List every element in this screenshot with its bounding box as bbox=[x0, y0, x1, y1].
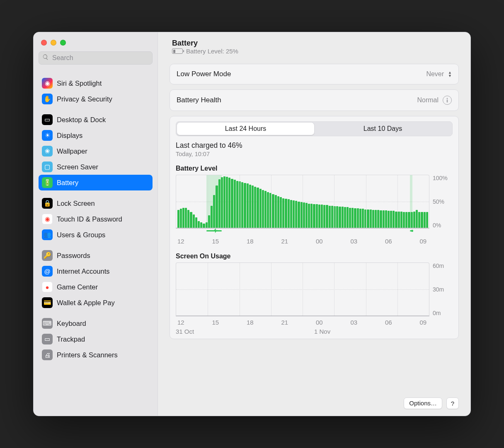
gamecenter-icon: ● bbox=[42, 282, 53, 292]
sidebar-item-trackpad[interactable]: ▭Trackpad bbox=[39, 331, 153, 347]
sidebar-item-label: Privacy & Security bbox=[57, 95, 112, 103]
last-charge-line: Last charged to 46% bbox=[176, 141, 453, 150]
battery-health-card[interactable]: Battery Health Normal bbox=[170, 89, 459, 111]
flower-icon: ❀ bbox=[42, 146, 53, 157]
battery-level-text: Battery Level: 25% bbox=[186, 48, 238, 55]
help-button[interactable]: ? bbox=[446, 397, 459, 409]
battery-icon: 🔋 bbox=[42, 177, 53, 188]
bolt-icon bbox=[213, 228, 218, 234]
search-field[interactable] bbox=[39, 51, 153, 65]
main-content: Battery Battery Level: 25% Low Power Mod… bbox=[158, 32, 470, 416]
fingerprint-icon: ◉ bbox=[42, 214, 53, 224]
sidebar-item-screen-saver[interactable]: ▢Screen Saver bbox=[39, 159, 153, 175]
screen-on-chart-title: Screen On Usage bbox=[176, 253, 453, 260]
trackpad-icon: ▭ bbox=[42, 334, 53, 344]
sidebar-item-label: Users & Groups bbox=[57, 231, 105, 239]
sidebar-item-label: Battery bbox=[57, 179, 78, 187]
battery-level-chart bbox=[176, 175, 429, 229]
low-power-value-control[interactable]: Never ▲▼ bbox=[426, 70, 452, 78]
chevron-updown-icon: ▲▼ bbox=[448, 71, 452, 77]
key-icon: 🔑 bbox=[42, 250, 53, 261]
last-charge-sub: Today, 10:07 bbox=[176, 151, 453, 157]
lock-icon: 🔒 bbox=[42, 198, 53, 209]
battery-icon bbox=[172, 48, 183, 54]
siri-icon: ◉ bbox=[42, 78, 53, 89]
sidebar-item-label: Siri & Spotlight bbox=[57, 79, 102, 87]
wallet-icon: 💳 bbox=[42, 297, 53, 308]
sidebar-item-passwords[interactable]: 🔑Passwords bbox=[39, 248, 153, 263]
sun-icon: ☀ bbox=[42, 130, 53, 141]
sidebar-item-game-center[interactable]: ●Game Center bbox=[39, 279, 153, 295]
info-icon[interactable] bbox=[443, 96, 452, 105]
search-icon bbox=[42, 54, 49, 62]
sidebar-item-wallet-apple-pay[interactable]: 💳Wallet & Apple Pay bbox=[39, 295, 153, 311]
sidebar-item-label: Internet Accounts bbox=[57, 267, 110, 275]
battery-status-line: Battery Level: 25% bbox=[172, 48, 459, 55]
sidebar-item-lock-screen[interactable]: 🔒Lock Screen bbox=[39, 195, 153, 211]
sidebar-item-label: Keyboard bbox=[57, 320, 86, 328]
sidebar-item-printers-scanners[interactable]: 🖨Printers & Scanners bbox=[39, 347, 153, 363]
battery-level-chart-title: Battery Level bbox=[176, 165, 453, 172]
sidebar-item-internet-accounts[interactable]: @Internet Accounts bbox=[39, 263, 153, 279]
printer-icon: 🖨 bbox=[42, 349, 53, 360]
battery-level-yaxis: 100%50%0% bbox=[429, 175, 453, 229]
sidebar-item-label: Wallet & Apple Pay bbox=[57, 299, 115, 307]
close-button[interactable] bbox=[41, 40, 47, 46]
svg-point-0 bbox=[447, 98, 448, 99]
svg-rect-1 bbox=[447, 100, 448, 103]
sidebar-item-label: Displays bbox=[57, 132, 82, 140]
zoom-button[interactable] bbox=[60, 40, 66, 46]
sidebar-item-label: Desktop & Dock bbox=[57, 116, 106, 124]
usage-card: Last 24 Hours Last 10 Days Last charged … bbox=[170, 116, 459, 339]
users-icon: 👥 bbox=[42, 229, 53, 240]
tab-last-24h[interactable]: Last 24 Hours bbox=[177, 123, 314, 135]
sidebar-item-touch-id-password[interactable]: ◉Touch ID & Password bbox=[39, 211, 153, 227]
sidebar-item-label: Trackpad bbox=[57, 335, 85, 343]
sidebar-item-wallpaper[interactable]: ❀Wallpaper bbox=[39, 143, 153, 159]
battery-health-value: Normal bbox=[417, 96, 439, 104]
sidebar-item-label: Wallpaper bbox=[57, 147, 87, 155]
search-input[interactable] bbox=[51, 54, 149, 62]
options-button[interactable]: Options… bbox=[404, 397, 442, 409]
sidebar-item-label: Lock Screen bbox=[57, 200, 95, 207]
sidebar-item-desktop-dock[interactable]: ▭Desktop & Dock bbox=[39, 112, 153, 128]
settings-window: ◉Siri & Spotlight✋Privacy & Security▭Des… bbox=[33, 32, 471, 416]
low-power-label: Low Power Mode bbox=[177, 70, 231, 78]
sidebar-item-label: Screen Saver bbox=[57, 163, 98, 171]
hand-icon: ✋ bbox=[42, 94, 53, 104]
battery-health-label: Battery Health bbox=[177, 96, 221, 104]
screen-on-yaxis: 60m30m0m bbox=[429, 263, 453, 316]
tab-last-10d[interactable]: Last 10 Days bbox=[314, 123, 451, 135]
battery-level-xaxis: 1215182100030609 bbox=[176, 238, 453, 247]
sidebar-item-siri-spotlight[interactable]: ◉Siri & Spotlight bbox=[39, 75, 153, 91]
sidebar: ◉Siri & Spotlight✋Privacy & Security▭Des… bbox=[34, 32, 158, 416]
sidebar-item-displays[interactable]: ☀Displays bbox=[39, 128, 153, 143]
low-power-card: Low Power Mode Never ▲▼ bbox=[170, 64, 459, 84]
sidebar-item-battery[interactable]: 🔋Battery bbox=[39, 175, 153, 190]
sidebar-item-label: Touch ID & Password bbox=[57, 215, 122, 223]
sidebar-item-label: Printers & Scanners bbox=[57, 351, 118, 359]
sidebar-item-privacy-security[interactable]: ✋Privacy & Security bbox=[39, 91, 153, 107]
range-segmented-control: Last 24 Hours Last 10 Days bbox=[176, 121, 453, 136]
sidebar-item-label: Game Center bbox=[57, 283, 98, 291]
sidebar-item-label: Passwords bbox=[57, 252, 90, 260]
sidebar-item-keyboard[interactable]: ⌨Keyboard bbox=[39, 316, 153, 331]
traffic-lights bbox=[39, 38, 153, 51]
screen-on-chart bbox=[176, 263, 429, 316]
keyboard-icon: ⌨ bbox=[42, 318, 53, 329]
screen-on-xaxis: 121518210003060931 Oct1 Nov bbox=[176, 319, 453, 335]
dock-icon: ▭ bbox=[42, 114, 53, 125]
sidebar-item-users-groups[interactable]: 👥Users & Groups bbox=[39, 227, 153, 243]
screensaver-icon: ▢ bbox=[42, 161, 53, 172]
at-icon: @ bbox=[42, 266, 53, 277]
low-power-value: Never bbox=[426, 70, 444, 78]
minimize-button[interactable] bbox=[51, 40, 56, 46]
page-title: Battery bbox=[172, 39, 459, 48]
